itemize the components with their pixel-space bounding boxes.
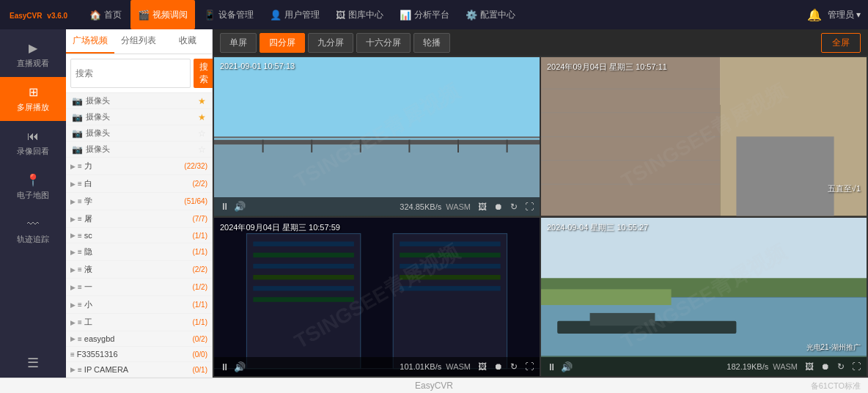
fav-item-2[interactable]: 📷 摄像头 ★ [66, 109, 212, 125]
svg-rect-31 [400, 274, 501, 279]
volume-3[interactable]: 🔊 [234, 361, 246, 372]
fav-item-3[interactable]: 📷 摄像头 ☆ [66, 125, 212, 142]
expand-icon-0: ▶ [70, 163, 76, 170]
btn-sixteen-screen[interactable]: 十六分屏 [356, 33, 411, 53]
group-item-6[interactable]: ▶ ≡ 液 (2/2) [66, 261, 212, 279]
video-cell-1[interactable]: TSINGSEE青犀视频 [214, 57, 540, 216]
group-icon-6: ≡ [78, 265, 82, 273]
group-count-7: (1/2) [192, 283, 207, 291]
play-pause-4[interactable]: ⏸ [547, 361, 556, 372]
btn-carousel[interactable]: 轮播 [413, 33, 450, 53]
controls-1: ⏸ 🔊 324.85KB/s WASM 🖼 ⏺ ↻ ⛶ [214, 197, 540, 216]
label-4: 光电21-湖州推广 [806, 342, 861, 353]
group-label-5: 隐 [84, 246, 191, 257]
fullscreen-1[interactable]: ⛶ [525, 202, 534, 212]
settings-1[interactable]: ↻ [510, 202, 518, 212]
btn-nine-screen[interactable]: 九分屏 [308, 33, 353, 53]
group-item-5[interactable]: ▶ ≡ 隐 (1/1) [66, 243, 212, 261]
star-3[interactable]: ☆ [198, 128, 206, 139]
nav-analysis[interactable]: 📊 分析平台 [392, 0, 457, 29]
nav-home[interactable]: 🏠 首页 [82, 0, 129, 29]
fullscreen-4[interactable]: ⛶ [852, 361, 861, 372]
camera-icon-1: 📷 [72, 96, 83, 106]
fullscreen-3[interactable]: ⛶ [525, 361, 534, 372]
group-item-12[interactable]: ▶ ≡ IP CAMERA (0/1) [66, 362, 212, 378]
group-item-2[interactable]: ▶ ≡ 学 (51/64) [66, 193, 212, 210]
search-input[interactable] [70, 59, 191, 88]
fav-item-4[interactable]: 📷 摄像头 ☆ [66, 142, 212, 158]
snapshot-3[interactable]: 🖼 [478, 361, 487, 372]
expand-icon-3: ▶ [70, 216, 76, 223]
nav-user-label: 用户管理 [284, 9, 320, 21]
volume-4[interactable]: 🔊 [561, 361, 573, 372]
group-label-4: sc [84, 231, 191, 240]
group-item-1[interactable]: ▶ ≡ 白 (2/2) [66, 175, 212, 193]
sidebar-item-track[interactable]: 〰 轨迹追踪 [0, 209, 66, 253]
video-cell-2[interactable]: TSINGSEE青犀视频 2024年09月04日 星期三 10:57:11 五直… [541, 57, 867, 216]
live-icon: ▶ [29, 41, 37, 55]
star-2[interactable]: ★ [198, 112, 206, 122]
fullscreen-button[interactable]: 全屏 [821, 33, 861, 53]
settings-4[interactable]: ↻ [837, 361, 845, 372]
timestamp-1: 2021-09-01 10:57:13 [220, 62, 295, 70]
bottom-footer: EasyCVR 备61CTO标准 [0, 378, 868, 393]
nav-config[interactable]: ⚙️ 配置中心 [458, 0, 523, 29]
group-item-4[interactable]: ▶ ≡ sc (1/1) [66, 228, 212, 243]
camera-icon-3: 📷 [72, 128, 83, 139]
cam-label-3: 摄像头 [86, 128, 198, 139]
nav-user[interactable]: 👤 用户管理 [262, 0, 327, 29]
tab-square-video[interactable]: 广场视频 [66, 29, 114, 54]
group-count-12: (0/1) [192, 366, 207, 374]
logo-version: v3.6.0 [47, 12, 67, 20]
star-4[interactable]: ☆ [198, 144, 206, 155]
play-pause-3[interactable]: ⏸ [220, 361, 229, 372]
nav-video[interactable]: 🎬 视频调阅 [130, 0, 195, 29]
group-item-8[interactable]: ▶ ≡ 小 (1/1) [66, 296, 212, 314]
group-label-2: 学 [84, 196, 182, 207]
fav-item-1[interactable]: 📷 摄像头 ★ [66, 93, 212, 109]
group-item-9[interactable]: ▶ ≡ 工 (1/1) [66, 314, 212, 331]
nav-config-label: 配置中心 [480, 9, 515, 21]
group-item-11[interactable]: ≡ F33551316 (0/0) [66, 347, 212, 362]
btn-four-screen[interactable]: 四分屏 [260, 33, 305, 53]
snapshot-4[interactable]: 🖼 [805, 361, 814, 372]
sidebar-item-map[interactable]: 📍 电子地图 [0, 165, 66, 209]
group-count-2: (51/64) [184, 197, 207, 205]
nav-analysis-label: 分析平台 [414, 9, 449, 21]
search-button[interactable]: 搜索 [194, 59, 214, 88]
nav-gallery[interactable]: 🖼 图库中心 [328, 0, 391, 29]
user-menu[interactable]: 管理员 ▾ [828, 9, 861, 21]
video-cell-4[interactable]: TSINGSEE青犀视频 2024-09-04 星期三 10:55:27 光电2… [541, 218, 867, 377]
group-item-10[interactable]: ▶ ≡ easygbd (0/2) [66, 331, 212, 347]
record-3[interactable]: ⏺ [494, 361, 503, 372]
tab-group-list[interactable]: 分组列表 [114, 29, 163, 54]
group-item-3[interactable]: ▶ ≡ 屠 (7/7) [66, 210, 212, 228]
volume-1[interactable]: 🔊 [234, 201, 246, 212]
group-icon-3: ≡ [78, 215, 82, 223]
settings-3[interactable]: ↻ [510, 361, 518, 372]
svg-rect-32 [400, 286, 501, 290]
sidebar-menu-toggle[interactable]: ☰ [0, 348, 66, 378]
sidebar-item-playback[interactable]: ⏮ 录像回看 [0, 121, 66, 165]
play-pause-1[interactable]: ⏸ [220, 201, 229, 212]
tab-favorites[interactable]: 收藏 [163, 29, 212, 54]
group-count-1: (2/2) [192, 180, 207, 188]
nav-device[interactable]: 📱 设备管理 [196, 0, 261, 29]
sidebar-item-live[interactable]: ▶ 直播观看 [0, 33, 66, 77]
expand-icon-8: ▶ [70, 301, 76, 309]
group-icon-4: ≡ [78, 232, 82, 240]
nav-home-label: 首页 [104, 9, 122, 21]
timestamp-4: 2024-09-04 星期三 10:55:27 [547, 222, 648, 233]
notification-bell[interactable]: 🔔 [807, 8, 822, 22]
video-cell-3[interactable]: TSINGSEE青犀视频 2024年09月04日 星期三 10:57:59 ⏸ … [214, 218, 540, 377]
group-item-0[interactable]: ▶ ≡ 力 (22/32) [66, 158, 212, 175]
btn-single-screen[interactable]: 单屏 [220, 33, 257, 53]
tab-square-label: 广场视频 [73, 34, 108, 47]
group-item-7[interactable]: ▶ ≡ 一 (1/2) [66, 279, 212, 296]
sidebar-item-multiscreen[interactable]: ⊞ 多屏播放 [0, 77, 66, 121]
speed-3: 101.01KB/s [400, 362, 441, 371]
snapshot-1[interactable]: 🖼 [478, 202, 487, 212]
star-1[interactable]: ★ [198, 96, 206, 106]
record-1[interactable]: ⏺ [494, 202, 503, 212]
record-4[interactable]: ⏺ [821, 361, 830, 372]
